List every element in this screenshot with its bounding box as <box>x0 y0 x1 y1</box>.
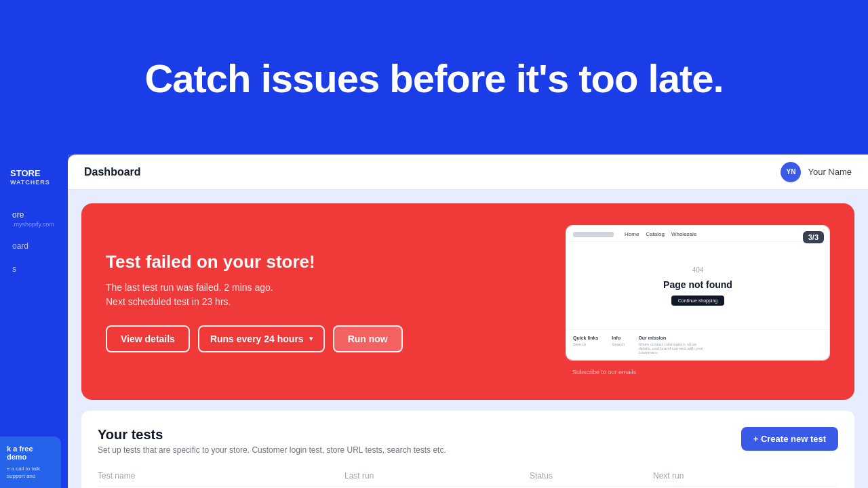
footer-info-link: Search <box>612 342 625 346</box>
brand-name: STORE <box>10 168 61 179</box>
screenshot-preview: 3/3 Home Catalog Wholesale <box>566 225 830 378</box>
avatar: YN <box>781 162 801 182</box>
fake-logo <box>573 232 614 237</box>
alert-description: The last test run was failed. 2 mins ago… <box>106 281 552 309</box>
free-demo-overlay[interactable]: k a free demo e a call to talk support a… <box>0 436 61 488</box>
sidebar-item-store[interactable]: ore .myshopify.com <box>7 206 61 232</box>
error-code: 404 <box>692 266 704 274</box>
fake-browser: Home Catalog Wholesale 404 Page not foun… <box>566 226 829 360</box>
footer-mission-title: Our mission <box>638 336 706 340</box>
fake-footer: Quick links Search Info Search Our missi… <box>566 329 829 360</box>
hero-title: Catch issues before it's too late. <box>144 56 723 101</box>
alert-desc-line1: The last test run was failed. 2 mins ago… <box>106 281 552 295</box>
fake-body: 404 Page not found Continue shopping <box>566 242 829 329</box>
footer-col-info: Info Search <box>612 336 625 354</box>
view-details-button[interactable]: View details <box>106 325 190 352</box>
sidebar-store-url: .myshopify.com <box>12 221 56 228</box>
demo-desc-line1: e a call to talk <box>7 465 54 472</box>
tests-description: Set up tests that are specific to your s… <box>98 445 446 455</box>
sidebar-item-board[interactable]: oard <box>7 237 61 255</box>
sidebar-item-s[interactable]: s <box>7 260 61 278</box>
user-info: YN Your Name <box>781 162 852 182</box>
nav-link-wholesale: Wholesale <box>671 231 696 237</box>
alert-title: Test failed on your store! <box>106 251 552 272</box>
demo-label: k a free demo <box>7 445 54 461</box>
col-test-name: Test name <box>98 471 344 481</box>
brand-sub: WATCHERS <box>10 179 61 186</box>
alert-left: Test failed on your store! The last test… <box>106 251 552 352</box>
alert-desc-line2: Next scheduled test in 23 hrs. <box>106 295 552 309</box>
run-now-button[interactable]: Run now <box>333 325 403 352</box>
create-test-button[interactable]: + Create new test <box>741 427 838 451</box>
footer-col-quicklinks: Quick links Search <box>573 336 598 354</box>
sidebar-board-label: oard <box>12 241 56 251</box>
error-title: Page not found <box>663 279 732 290</box>
table-header: Test name Last run Status Next run <box>98 466 838 487</box>
page-title: Dashboard <box>84 166 141 178</box>
footer-mission-desc: Share contact information, show details,… <box>638 342 706 354</box>
alert-card: Test failed on your store! The last test… <box>81 203 854 400</box>
footer-info-title: Info <box>612 336 625 340</box>
tests-section: Your tests Set up tests that are specifi… <box>81 411 854 488</box>
sidebar-s-label: s <box>12 264 56 274</box>
tests-title: Your tests <box>98 427 446 443</box>
demo-desc-line2: support and <box>7 472 54 480</box>
brand-logo: STORE WATCHERS <box>7 168 61 186</box>
nav-link-home: Home <box>625 231 639 237</box>
alert-actions: View details Runs every 24 hours ▾ Run n… <box>106 325 552 352</box>
footer-quicklinks-title: Quick links <box>573 336 598 340</box>
schedule-label: Runs every 24 hours <box>210 333 304 344</box>
fake-nav-links: Home Catalog Wholesale <box>625 231 696 237</box>
hero-section: Catch issues before it's too late. <box>0 0 868 156</box>
user-name: Your Name <box>808 167 852 177</box>
tests-header-left: Your tests Set up tests that are specifi… <box>98 427 446 455</box>
col-last-run: Last run <box>344 471 530 481</box>
footer-quicklinks-link: Search <box>573 342 598 346</box>
screenshot-badge: 3/3 <box>803 231 824 243</box>
app-container: STORE WATCHERS ore .myshopify.com oard s… <box>0 155 868 488</box>
col-status: Status <box>530 471 653 481</box>
continue-shopping-btn: Continue shopping <box>671 296 724 306</box>
nav-link-catalog: Catalog <box>646 231 665 237</box>
tests-header: Your tests Set up tests that are specifi… <box>98 427 838 455</box>
sidebar-store-label: ore <box>12 210 56 220</box>
footer-col-mission: Our mission Share contact information, s… <box>638 336 706 354</box>
chevron-down-icon: ▾ <box>309 335 313 342</box>
schedule-button[interactable]: Runs every 24 hours ▾ <box>198 325 325 352</box>
screenshot-wrapper: 3/3 Home Catalog Wholesale <box>566 225 830 361</box>
col-next-run: Next run <box>653 471 838 481</box>
topbar: Dashboard YN Your Name <box>68 155 868 190</box>
fake-nav: Home Catalog Wholesale <box>566 226 829 242</box>
sidebar-nav: ore .myshopify.com oard s <box>7 206 61 278</box>
footer-email-label: Subscribe to our emails <box>572 369 823 375</box>
main-content: Test failed on your store! The last test… <box>68 190 868 488</box>
main-area: Dashboard YN Your Name Test failed on yo… <box>68 155 868 488</box>
